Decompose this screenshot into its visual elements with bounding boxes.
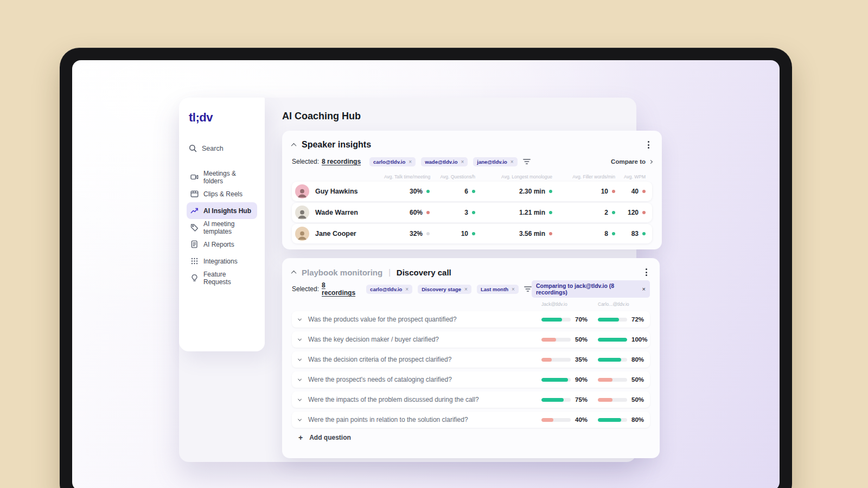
filter-chip[interactable]: Last month× xyxy=(477,285,519,294)
sidebar-item-integrations[interactable]: Integrations xyxy=(187,253,257,269)
progress-bar xyxy=(541,398,571,402)
desktop-background: tl;dv Search Meetings & folders xyxy=(0,0,868,488)
compare-to-button[interactable]: Compare to xyxy=(611,158,652,165)
sidebar-item-ai-insights-hub[interactable]: AI Insights Hub xyxy=(187,202,257,219)
metric-cell: 6 xyxy=(436,188,482,195)
close-icon[interactable]: × xyxy=(512,286,515,292)
report-doc-icon xyxy=(190,240,199,248)
status-dot xyxy=(472,232,475,235)
playbook-header: Playbook monitoring | Discovery call xyxy=(292,266,650,279)
add-question-button[interactable]: + Add question xyxy=(292,433,650,442)
progress-bar xyxy=(598,398,627,402)
question-row[interactable]: Were the pain points in relation to the … xyxy=(292,412,650,428)
speaker-name: Guy Hawkins xyxy=(315,188,358,195)
metric-value: 6 xyxy=(464,188,468,195)
sidebar: tl;dv Search Meetings & folders xyxy=(179,98,265,351)
status-dot xyxy=(426,190,430,193)
status-dot xyxy=(642,211,646,214)
selected-recordings-link[interactable]: 8 recordings xyxy=(322,281,358,297)
selected-label: Selected: xyxy=(292,285,319,293)
chevron-down-icon[interactable] xyxy=(298,417,302,421)
tldv-logo[interactable]: tl;dv xyxy=(189,111,257,125)
question-text: Were the impacts of the problem discusse… xyxy=(308,396,541,403)
status-dot xyxy=(472,211,475,214)
question-row[interactable]: Was the key decision maker / buyer clari… xyxy=(292,331,650,348)
question-row[interactable]: Was the decision criteria of the prospec… xyxy=(292,351,650,368)
column-header: Avg. Filler words/min xyxy=(559,174,622,179)
chevron-down-icon[interactable] xyxy=(298,377,302,381)
sidebar-item-label: Clips & Reels xyxy=(203,190,242,198)
selected-label: Selected: xyxy=(292,158,319,165)
score-cell: 35% xyxy=(541,356,598,363)
avatar xyxy=(295,184,309,198)
chevron-right-icon xyxy=(649,159,653,163)
progress-bar xyxy=(541,338,571,342)
filter-icon[interactable] xyxy=(523,159,531,164)
filter-chips: carlo@tldv.io× Discovery stage× Last mon… xyxy=(366,285,519,294)
speaker-row[interactable]: Guy Hawkins 30% 6 2.30 min 10 40 xyxy=(292,182,652,201)
status-dot xyxy=(426,232,430,235)
laptop-screen: tl;dv Search Meetings & folders xyxy=(72,60,780,488)
search-button[interactable]: Search xyxy=(189,144,257,152)
status-dot xyxy=(549,211,552,214)
metric-value: 32% xyxy=(410,230,423,237)
sidebar-item-ai-reports[interactable]: AI Reports xyxy=(187,236,257,253)
plus-icon: + xyxy=(298,433,303,442)
metric-value: 10 xyxy=(601,188,608,195)
filter-chip[interactable]: carlo@tldv.io× xyxy=(369,157,416,166)
close-icon[interactable]: × xyxy=(405,286,409,292)
close-icon[interactable]: × xyxy=(464,286,468,292)
chevron-down-icon[interactable] xyxy=(298,397,302,401)
add-question-label: Add question xyxy=(309,434,351,441)
progress-bar xyxy=(541,358,571,362)
chevron-down-icon[interactable] xyxy=(298,357,302,361)
filter-chip[interactable]: jane@tldv.io× xyxy=(473,157,517,166)
sidebar-item-label: AI Insights Hub xyxy=(203,207,251,215)
status-dot xyxy=(472,190,475,193)
filter-chip[interactable]: carlo@tldv.io× xyxy=(366,285,412,294)
score-value: 72% xyxy=(631,316,644,323)
title-separator: | xyxy=(388,268,391,277)
score-cell: 100% xyxy=(598,336,656,343)
filter-chip[interactable]: Discovery stage× xyxy=(418,285,471,294)
question-row[interactable]: Were the prospect's needs of cataloging … xyxy=(292,371,650,388)
kebab-menu-icon[interactable] xyxy=(643,267,650,278)
status-dot xyxy=(612,211,615,214)
score-cell: 75% xyxy=(541,396,598,403)
question-text: Were the prospect's needs of cataloging … xyxy=(308,376,541,383)
status-dot xyxy=(549,232,552,235)
status-dot xyxy=(642,232,646,235)
grid-dots-icon xyxy=(190,257,199,265)
sidebar-item-ai-meeting-templates[interactable]: AI meeting templates xyxy=(187,219,257,236)
chevron-down-icon[interactable] xyxy=(298,317,302,320)
metric-cell: 1.21 min xyxy=(482,209,559,216)
chevron-down-icon[interactable] xyxy=(298,337,302,341)
collapse-chevron-icon[interactable] xyxy=(291,270,297,275)
score-value: 40% xyxy=(575,416,588,423)
metric-value: 10 xyxy=(461,230,468,237)
question-text: Was the key decision maker / buyer clari… xyxy=(308,336,541,343)
sidebar-item-clips-reels[interactable]: Clips & Reels xyxy=(187,185,257,202)
collapse-chevron-icon[interactable] xyxy=(291,143,297,148)
question-row[interactable]: Were the impacts of the problem discusse… xyxy=(292,391,650,408)
speaker-row[interactable]: Jane Cooper 32% 10 3.56 min 8 83 xyxy=(292,224,652,243)
sidebar-item-feature-requests[interactable]: Feature Requests xyxy=(187,269,257,286)
close-icon[interactable]: × xyxy=(510,159,514,165)
question-row[interactable]: Was the products value for the prospect … xyxy=(292,311,650,328)
kebab-menu-icon[interactable] xyxy=(645,139,652,150)
close-icon[interactable]: × xyxy=(461,159,464,165)
status-dot xyxy=(426,211,430,214)
selected-recordings-link[interactable]: 8 recordings xyxy=(322,158,361,165)
close-icon[interactable]: × xyxy=(409,159,412,165)
sidebar-item-meetings-folders[interactable]: Meetings & folders xyxy=(187,169,257,185)
close-icon[interactable]: × xyxy=(642,286,646,292)
score-cell: 72% xyxy=(598,316,656,323)
filter-icon[interactable] xyxy=(524,286,532,292)
metric-value: 1.21 min xyxy=(519,209,545,216)
filter-chip[interactable]: wade@tldv.io× xyxy=(421,157,468,166)
speaker-row[interactable]: Wade Warren 60% 3 1.21 min 2 120 xyxy=(292,203,652,222)
comparing-to-badge[interactable]: Comparing to jack@tldv.io (8 recordings)… xyxy=(532,280,650,298)
metric-cell: 3 xyxy=(436,209,482,216)
metric-value: 30% xyxy=(410,188,423,195)
score-value: 50% xyxy=(631,376,644,383)
